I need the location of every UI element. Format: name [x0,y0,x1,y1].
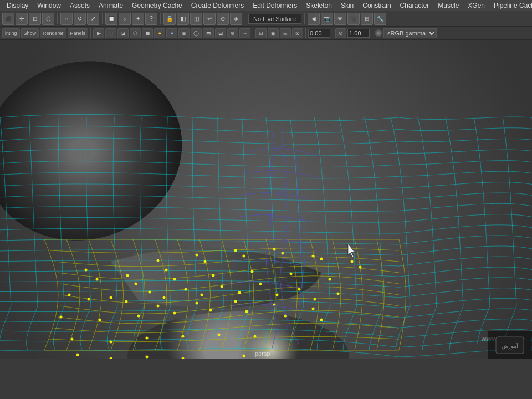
exposure-input[interactable] [308,29,330,38]
render3-btn[interactable]: ◈ [230,13,242,25]
vp-crease-btn[interactable]: ⊠ [292,28,303,38]
svg-text:آموزش: آموزش [502,342,519,350]
vp-clr-btn[interactable]: ⊕ [227,28,238,38]
vp-light-btn[interactable]: ● [166,28,177,38]
snapshot-btn[interactable]: 📷 [321,13,333,25]
scale-btn[interactable]: ⤢ [87,13,99,25]
renderer-menu[interactable]: Renderer [40,28,66,38]
snap-btn[interactable]: 🔲 [105,13,117,25]
grid-btn[interactable]: ⊞ [361,13,373,25]
tb2-sep5 [372,28,372,38]
vp-sel-btn[interactable]: ⬚ [105,28,116,38]
manip-btn[interactable]: ✦ [132,13,144,25]
vp-shad-btn[interactable]: ◯ [191,28,202,38]
menu-window[interactable]: Window [33,1,65,11]
icon-btn[interactable]: 🔧 [374,13,386,25]
menu-pipeline-cache[interactable]: Pipeline Cache [489,1,532,11]
3d-viewport[interactable]: www.honara persp آموزش [0,40,532,359]
menu-skin[interactable]: Skin [336,1,358,11]
menu-bar: Display Window Assets Animate Geometry C… [0,0,532,11]
vp-anim-btn[interactable]: ▶ [93,28,104,38]
vp-res-btn[interactable]: ▣ [268,28,279,38]
vp-tex-btn[interactable]: ● [154,28,165,38]
menu-assets[interactable]: Assets [65,1,94,11]
menu-animate[interactable]: Animate [94,1,127,11]
menu-geometry-cache[interactable]: Geometry Cache [127,1,187,11]
tb2-sep1 [90,28,91,38]
select-tool-btn[interactable]: ⬛ [2,13,14,25]
logo-box: آموزش [488,331,532,359]
sep3 [160,13,161,24]
menu-skeleton[interactable]: Skeleton [301,1,336,11]
arrow-left-btn[interactable]: ◀ [308,13,320,25]
soft-sel-btn[interactable]: ⬦ [119,13,131,25]
lasso-btn[interactable]: ⊡ [29,13,41,25]
no-live-surface-btn[interactable]: No Live Surface [248,14,301,24]
vp-deform-btn[interactable]: ⬒ [203,28,214,38]
panels-menu[interactable]: Panels [68,28,89,38]
paint-sel-btn[interactable]: ⬡ [42,13,54,25]
vp-wire-btn[interactable]: ⬡ [130,28,141,38]
colorspace-icon [375,29,382,37]
vp-isolate-btn[interactable]: ◪ [117,28,129,38]
menu-edit-deformers[interactable]: Edit Deformers [248,1,301,11]
transform-btn[interactable]: ↔ [60,13,73,25]
move-tool-btn[interactable]: ✛ [16,13,28,25]
show-menu[interactable]: Show [21,28,39,38]
vp-anim2-btn[interactable]: ⬓ [215,28,226,38]
ipr-btn[interactable]: ◫ [190,13,202,25]
menu-constrain[interactable]: Constrain [358,1,395,11]
gamma-input[interactable] [347,29,370,38]
menu-display[interactable]: Display [2,1,33,11]
mesh-canvas [0,40,532,359]
menu-muscle[interactable]: Muscle [433,1,463,11]
colorspace-dropdown[interactable]: sRGB gamma [383,28,437,38]
tb2-sep2 [253,28,253,38]
render-btn[interactable]: ↩ [203,13,216,25]
view-btn[interactable]: 👁 [334,13,346,25]
menu-create-deformers[interactable]: Create Deformers [187,1,248,11]
vp-gate-btn[interactable]: ⊡ [255,28,267,38]
vp-arrow-btn[interactable]: → [239,28,250,38]
main-toolbar: ⬛ ✛ ⊡ ⬡ ↔ ↺ ⤢ 🔲 ⬦ ✦ ? 🔒 ◧ ◫ ↩ ⊙ ◈ No Liv… [0,11,532,27]
viewport-toolbar: inting Show Renderer Panels ▶ ⬚ ◪ ⬡ ◼ ● … [0,27,532,40]
painting-menu[interactable]: inting [2,28,20,38]
history-btn[interactable]: 🔒 [163,13,176,25]
tb2-sep3 [305,28,306,38]
vp-hud-btn[interactable]: ⊟ [280,28,291,38]
vp-icon2-btn[interactable]: ⊙ [335,28,346,38]
render2-btn[interactable]: ⊙ [217,13,229,25]
sep4 [245,13,245,24]
persp-label: persp [255,350,270,357]
sep2 [102,13,103,24]
menu-xgen[interactable]: XGen [463,1,489,11]
tb2-sep4 [332,28,333,38]
logo-icon: آموزش [493,334,526,356]
sep5 [304,13,305,24]
menu-character[interactable]: Character [396,1,434,11]
vp-smooth-btn[interactable]: ◼ [142,28,153,38]
rotate-btn[interactable]: ↺ [74,13,86,25]
render-region-btn[interactable]: ◧ [177,13,189,25]
sep1 [57,13,58,24]
vp-cam-btn[interactable]: ◉ [178,28,190,38]
camera-btn[interactable]: 🎥 [347,13,360,25]
help-btn[interactable]: ? [145,13,157,25]
